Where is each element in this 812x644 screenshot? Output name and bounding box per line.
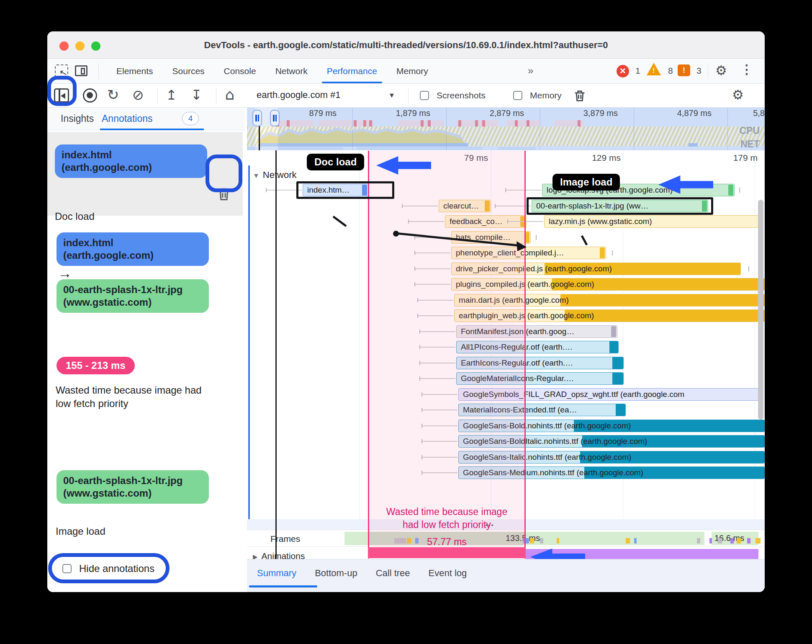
collapse-triangle-icon[interactable]: ▼ xyxy=(253,172,260,179)
annotation-range-pill[interactable]: 155 - 213 ms xyxy=(57,357,135,374)
issues-count-icon[interactable]: ! xyxy=(678,64,690,76)
timeline-overview[interactable]: 879 ms1,879 ms2,879 ms3,879 ms4,879 ms5,… xyxy=(247,108,765,150)
timeline-cursor-line xyxy=(275,150,277,559)
title-bar: DevTools - earth.google.com/static/multi… xyxy=(47,31,765,59)
annotation-entry-doc-load[interactable]: index.html (earth.google.com) Doc load xyxy=(47,132,243,216)
annotation-range-note: Wasted time because image had low fetch … xyxy=(56,384,215,411)
entry-annotation-outline[interactable] xyxy=(296,181,394,199)
expand-triangle-icon[interactable]: ▶ xyxy=(253,553,258,559)
divider xyxy=(408,88,409,104)
active-tab-underline xyxy=(100,129,204,130)
annotation-pill-splash[interactable]: 00-earth-splash-1x-ltr.jpg (www.gstatic.… xyxy=(57,279,209,313)
target-selector[interactable]: earth.google.com #1 xyxy=(257,90,341,100)
divider xyxy=(216,88,216,104)
device-toolbar-icon[interactable] xyxy=(75,65,87,76)
annotation-label-doc-load: Doc load xyxy=(55,210,95,223)
record-button[interactable] xyxy=(83,88,97,103)
vertical-scrollbar[interactable] xyxy=(758,200,763,420)
bottom-tab-bottom-up[interactable]: Bottom-up xyxy=(315,568,357,579)
inspect-element-icon[interactable]: ↖ xyxy=(55,64,68,78)
network-request-bar[interactable]: lazy.min.js (www.gstatic.com) xyxy=(544,215,758,228)
details-tab-bar: SummaryBottom-upCall treeEvent log xyxy=(247,559,765,592)
annotation-pill-index[interactable]: index.html (earth.google.com) xyxy=(55,144,207,178)
network-track-header[interactable]: ▼Network xyxy=(253,170,297,180)
collect-garbage-icon[interactable] xyxy=(573,89,587,103)
overview-left-handle[interactable] xyxy=(252,110,262,126)
window-title: DevTools - earth.google.com/static/multi… xyxy=(47,31,765,59)
toggle-sidebar-icon[interactable] xyxy=(54,88,69,103)
kebab-menu-icon[interactable]: ⋮ xyxy=(740,62,753,77)
bottom-tab-summary[interactable]: Summary xyxy=(257,568,296,579)
overview-tick: 4,879 ms xyxy=(677,108,712,118)
home-icon[interactable]: ⌂ xyxy=(225,86,234,103)
save-profile-icon[interactable]: ↧ xyxy=(191,87,202,103)
error-count: 1 xyxy=(635,66,640,76)
devtools-window: DevTools - earth.google.com/static/multi… xyxy=(47,31,765,592)
panel-tabs: ElementsSourcesConsoleNetworkPerformance… xyxy=(116,59,428,84)
hide-annotations-label: Hide annotations xyxy=(79,563,154,574)
capture-settings-gear-icon[interactable]: ⚙ xyxy=(732,87,744,102)
settings-gear-icon[interactable]: ⚙ xyxy=(715,63,727,78)
clear-recording-icon[interactable]: ⊘ xyxy=(132,87,144,103)
range-annotation-text: Wasted time because imagehad low fetch p… xyxy=(368,505,526,531)
annotation-pill-index-2[interactable]: index.html (earth.google.com) xyxy=(57,232,209,266)
delete-annotation-button[interactable] xyxy=(216,186,232,202)
warning-count-icon[interactable]: ! xyxy=(647,63,661,75)
range-annotation-bar[interactable] xyxy=(368,547,526,558)
range-annotation-right-edge[interactable] xyxy=(524,151,526,559)
warning-count: 8 xyxy=(668,66,673,76)
load-profile-icon[interactable]: ↥ xyxy=(166,87,177,103)
net-strip-label: NET xyxy=(740,139,760,150)
issues-count: 3 xyxy=(696,66,702,76)
tab-network[interactable]: Network xyxy=(275,66,308,76)
performance-toolbar: ↻ ⊘ ↥ ↧ ⌂ earth.google.com #1 ▼ Screensh… xyxy=(47,84,765,108)
chevron-down-icon[interactable]: ▼ xyxy=(388,92,395,99)
bottom-tab-call-tree[interactable]: Call tree xyxy=(376,568,410,579)
annotation-label-image-load: Image load xyxy=(56,525,105,538)
network-track-selected-border xyxy=(248,165,250,529)
tab-insights[interactable]: Insights xyxy=(61,113,94,124)
overview-tick: 879 ms xyxy=(309,108,337,118)
reload-and-record-icon[interactable]: ↻ xyxy=(107,86,119,103)
overview-right-handle[interactable] xyxy=(270,110,280,126)
network-track-label: Network xyxy=(263,170,297,180)
tab-sources[interactable]: Sources xyxy=(172,66,205,76)
tab-elements[interactable]: Elements xyxy=(116,66,153,76)
screenshots-label: Screenshots xyxy=(437,90,486,100)
tab-memory[interactable]: Memory xyxy=(396,66,428,76)
annotations-sidebar: Insights Annotations 4 index.html (earth… xyxy=(47,108,245,592)
memory-checkbox[interactable] xyxy=(513,91,522,100)
annotation-pill-splash-2[interactable]: 00-earth-splash-1x-ltr.jpg (www.gstatic.… xyxy=(57,470,209,504)
divider xyxy=(157,88,158,104)
sidebar-tab-bar: Insights Annotations 4 xyxy=(47,108,245,130)
doc-load-annotation-label[interactable]: Doc load xyxy=(307,154,364,170)
error-count-icon[interactable]: ✕ xyxy=(617,65,629,77)
overview-tick: 3,879 ms xyxy=(583,108,618,118)
detail-ruler-tick: 129 ms xyxy=(592,153,621,163)
hide-annotations-checkbox[interactable] xyxy=(62,564,72,573)
image-load-annotation-label[interactable]: Image load xyxy=(552,174,620,191)
active-bottom-tab-underline xyxy=(249,585,317,587)
divider xyxy=(98,63,99,80)
devtools-tab-bar: ↖ ElementsSourcesConsoleNetworkPerforman… xyxy=(47,59,765,84)
tab-console[interactable]: Console xyxy=(224,66,256,76)
entry-annotation-outline[interactable] xyxy=(527,197,713,215)
timeline-detail-view[interactable]: 79 ms129 ms179 m ▼Network index.htm…logo… xyxy=(247,150,765,559)
detail-ruler-tick: 179 m xyxy=(733,153,758,163)
more-tabs-icon[interactable]: » xyxy=(528,65,533,77)
annotations-count-badge: 4 xyxy=(182,112,199,125)
cpu-strip-label: CPU xyxy=(739,125,760,137)
range-annotation-left-edge[interactable] xyxy=(368,151,369,559)
animations-track-label[interactable]: ▶Animations xyxy=(253,551,305,559)
overview-tick: 5,8 xyxy=(753,108,765,118)
screenshots-checkbox[interactable] xyxy=(420,91,429,100)
range-annotation-fill xyxy=(368,151,526,559)
tab-annotations[interactable]: Annotations xyxy=(102,113,152,124)
overview-tick: 1,879 ms xyxy=(396,108,430,118)
bottom-tab-event-log[interactable]: Event log xyxy=(429,568,467,579)
memory-label: Memory xyxy=(530,90,562,100)
divider xyxy=(708,64,708,79)
tab-performance[interactable]: Performance xyxy=(327,66,377,76)
performance-main-panel: 879 ms1,879 ms2,879 ms3,879 ms4,879 ms5,… xyxy=(247,108,765,592)
range-annotation-duration: 57.77 ms xyxy=(368,536,526,548)
